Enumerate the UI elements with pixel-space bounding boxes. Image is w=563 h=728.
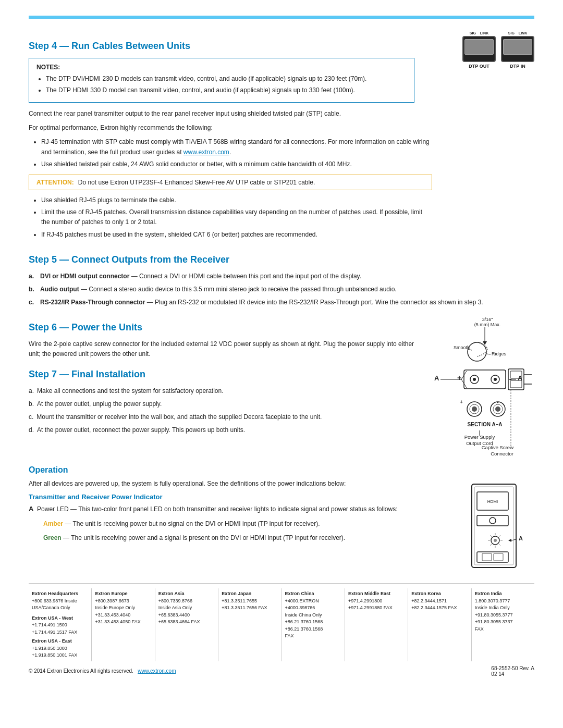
india-l5: FAX bbox=[475, 626, 531, 633]
step5-title: Step 5 — Connect Outputs from the Receiv… bbox=[29, 254, 534, 265]
attention-box: ATTENTION: Do not use Extron UTP23SF-4 E… bbox=[29, 175, 432, 190]
operation-subtitle: Transmitter and Receiver Power Indicator bbox=[29, 493, 458, 501]
extron-link[interactable]: www.extron.com bbox=[183, 149, 229, 156]
step7-item-a: a. Make all connections and test the sys… bbox=[29, 386, 420, 396]
svg-point-24 bbox=[472, 406, 477, 412]
bullet-item: Use shielded twisted pair cable, 24 AWG … bbox=[41, 159, 432, 169]
step6-section: Step 6 — Power the Units Wire the 2-pole… bbox=[29, 313, 534, 460]
footer-office-europe: Extron Europe +800.3987.6673 Inside Euro… bbox=[92, 588, 155, 661]
hq-line1: +800.633.9876 Inside USA/Canada Only bbox=[32, 598, 88, 612]
japan-l2: +81.3.3511.7656 FAX bbox=[222, 604, 278, 612]
korea-name: Extron Korea bbox=[411, 590, 468, 598]
footer-office-china: Extron China +4000.EXTRON +4000.398766 I… bbox=[282, 588, 345, 661]
green-label: Green bbox=[43, 534, 62, 541]
svg-line-58 bbox=[499, 544, 500, 546]
svg-text:3/16": 3/16" bbox=[482, 317, 493, 322]
step4-body2: For optimal performance, Extron highly r… bbox=[29, 123, 432, 133]
footer-office-asia: Extron Asia +800.7339.8766 Inside Asia O… bbox=[155, 588, 218, 661]
step5-label-a: a. bbox=[29, 272, 37, 281]
step5-label-c: c. bbox=[29, 298, 37, 307]
dtp-port-inner2 bbox=[503, 39, 532, 55]
operation-indicator: A Power LED — This two-color front panel… bbox=[29, 504, 458, 515]
note-item: The DTP DVI/HDMI 230 D models can transm… bbox=[46, 74, 407, 83]
korea-l1: +82.2.3444.1571 bbox=[411, 598, 468, 605]
step5-item-b: b. Audio output — Connect a stereo audio… bbox=[29, 285, 508, 294]
dtp-in-port bbox=[501, 36, 534, 62]
step5-label-b: b. bbox=[29, 285, 37, 294]
step7-label-d: d. bbox=[29, 425, 34, 435]
footer-office-hq: Extron Headquarters +800.633.9876 Inside… bbox=[29, 588, 92, 661]
china-l3: Inside China Only bbox=[285, 612, 341, 619]
svg-marker-63 bbox=[508, 539, 511, 542]
step5-item-c: c. RS-232/IR Pass-Through connector — Pl… bbox=[29, 298, 508, 307]
step6-body: Wire the 2-pole captive screw connector … bbox=[29, 339, 420, 359]
india-l2: Inside India Only bbox=[475, 604, 531, 612]
bullet-item: RJ-45 termination with STP cable must co… bbox=[41, 137, 432, 157]
china-name: Extron China bbox=[285, 590, 341, 598]
dtp-in-siglink: SIG LINK bbox=[507, 31, 528, 35]
svg-text:Smooth: Smooth bbox=[454, 345, 470, 350]
step7-text-b: At the power outlet, unplug the power su… bbox=[37, 399, 162, 409]
step4-content: Step 4 — Run Cables Between Units NOTES:… bbox=[29, 31, 432, 245]
notes-list: The DTP DVI/HDMI 230 D models can transm… bbox=[36, 74, 407, 95]
footer-docnum: 68-2552-50 Rev. A 02 14 bbox=[491, 665, 534, 677]
operation-row: After all devices are powered up, the sy… bbox=[29, 479, 534, 574]
svg-point-28 bbox=[495, 406, 500, 412]
bullet-item: Use shielded RJ-45 plugs to terminate th… bbox=[41, 195, 432, 205]
step5-bold-a: DVI or HDMI output connector bbox=[40, 273, 129, 280]
operation-section: Operation After all devices are powered … bbox=[29, 465, 534, 574]
asia-l1: +800.7339.8766 bbox=[158, 598, 215, 605]
svg-point-47 bbox=[489, 517, 496, 524]
asia-l3: +65.6383.4400 bbox=[158, 612, 215, 619]
dtp-out-siglink: SIG LINK bbox=[469, 31, 489, 35]
bullet-item: Limit the use of RJ-45 patches. Overall … bbox=[41, 207, 432, 227]
step4-body1: Connect the rear panel transmitter outpu… bbox=[29, 109, 432, 119]
svg-text:HDMI: HDMI bbox=[487, 499, 498, 504]
japan-l1: +81.3.3511.7655 bbox=[222, 598, 278, 605]
svg-rect-59 bbox=[477, 552, 508, 562]
bullet-item: If RJ-45 patches must be used in the sys… bbox=[41, 230, 432, 240]
amber-text-block: Amber — The unit is receiving power but … bbox=[43, 519, 458, 529]
dtp-out-port bbox=[462, 36, 496, 62]
sig-badge: SIG bbox=[469, 31, 477, 35]
step7-list: a. Make all connections and test the sys… bbox=[29, 386, 420, 436]
footer-offices: Extron Headquarters +800.633.9876 Inside… bbox=[29, 588, 534, 661]
doc-date: 02 14 bbox=[491, 671, 534, 677]
india-name: Extron India bbox=[475, 590, 531, 598]
footer-bottom: © 2014 Extron Electronics All rights res… bbox=[29, 665, 534, 677]
amber-text: — The unit is receiving power but no sig… bbox=[65, 520, 320, 527]
dtp-out-caption: DTP OUT bbox=[469, 64, 489, 69]
page: Step 4 — Run Cables Between Units NOTES:… bbox=[0, 0, 563, 728]
step7-text-c: Mount the transmitter or receiver into t… bbox=[36, 412, 322, 422]
svg-text:(5 mm) Max.: (5 mm) Max. bbox=[474, 322, 501, 327]
svg-text:Connector: Connector bbox=[491, 451, 513, 456]
japan-name: Extron Japan bbox=[222, 590, 278, 598]
amber-label: Amber bbox=[43, 520, 63, 527]
receiver-diagram-svg: HDMI A bbox=[467, 479, 534, 573]
china-l4: +86.21.3760.1568 bbox=[285, 619, 341, 626]
svg-point-50 bbox=[494, 539, 497, 542]
link-badge2: LINK bbox=[518, 31, 528, 35]
svg-rect-60 bbox=[482, 553, 492, 561]
step4-diagram: SIG LINK DTP OUT SIG LINK bbox=[440, 31, 534, 69]
step7-label-b: b. bbox=[29, 399, 34, 409]
green-text: — The unit is receiving power and a sign… bbox=[63, 534, 345, 541]
step7-item-d: d. At the power outlet, reconnect the po… bbox=[29, 425, 420, 435]
me-name: Extron Middle East bbox=[348, 590, 405, 598]
europe-l3: +31.33.453.4040 bbox=[95, 612, 151, 619]
footer-office-korea: Extron Korea +82.2.3444.1571 +82.2.3444.… bbox=[408, 588, 471, 661]
svg-text:SECTION A–A: SECTION A–A bbox=[468, 422, 503, 427]
step5-list: a. DVI or HDMI output connector — Connec… bbox=[29, 272, 508, 308]
svg-rect-61 bbox=[494, 553, 503, 561]
hq-west: Extron USA - West +1.714.491.1500 +1.714… bbox=[32, 615, 88, 636]
korea-l2: +82.2.3444.1575 FAX bbox=[411, 604, 468, 612]
india-l4: +91.80.3055 3737 bbox=[475, 619, 531, 626]
china-l2: +4000.398766 bbox=[285, 604, 341, 612]
footer-website[interactable]: www.extron.com bbox=[138, 668, 176, 674]
india-l3: +91.80.3055.3777 bbox=[475, 612, 531, 619]
hq-name: Extron Headquarters bbox=[32, 590, 88, 598]
operation-title: Operation bbox=[29, 465, 534, 475]
indicator-a-label: A bbox=[29, 504, 33, 515]
europe-l2: Inside Europe Only bbox=[95, 604, 151, 612]
dtp-in-box: SIG LINK DTP IN bbox=[501, 31, 534, 69]
